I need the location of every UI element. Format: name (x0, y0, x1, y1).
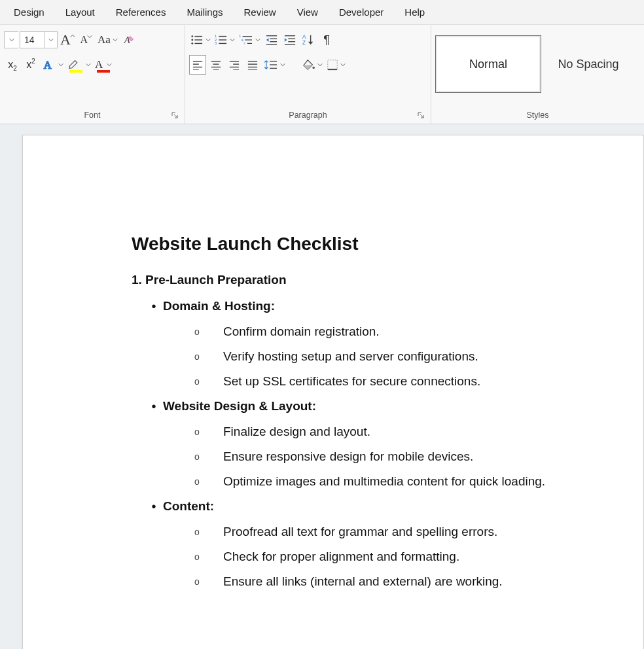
font-size-select[interactable]: 14 (20, 31, 58, 48)
group-label-paragraph: Paragraph (289, 111, 327, 120)
list-item: •Content: (132, 499, 643, 514)
svg-text:1: 1 (239, 34, 241, 38)
increase-indent-button[interactable] (281, 30, 298, 50)
style-no-spacing[interactable]: No Spacing (543, 35, 634, 93)
tab-review[interactable]: Review (234, 1, 287, 23)
circle-bullet-icon: o (194, 449, 223, 462)
svg-text:3: 3 (215, 41, 217, 45)
sub-list-item: oEnsure responsive design for mobile dev… (132, 449, 643, 464)
circle-bullet-icon: o (194, 349, 223, 362)
svg-point-4 (191, 39, 193, 41)
shrink-font-button[interactable]: A (78, 30, 95, 50)
sub-list-item-text: Set up SSL certificates for secure conne… (223, 374, 480, 389)
tab-design[interactable]: Design (3, 1, 55, 23)
decrease-indent-button[interactable] (263, 30, 280, 50)
doc-body: •Domain & Hosting:oConfirm domain regist… (132, 299, 643, 589)
doc-section-heading: 1. Pre-Launch Preparation (132, 273, 643, 287)
list-item: •Domain & Hosting: (132, 299, 643, 314)
sub-list-item: oConfirm domain registration. (132, 324, 643, 339)
numbering-button[interactable]: 1 2 3 (213, 30, 236, 50)
circle-bullet-icon: o (194, 324, 223, 337)
justify-button[interactable] (244, 55, 261, 75)
tab-view[interactable]: View (287, 1, 329, 23)
bullet-icon: • (132, 499, 163, 514)
change-case-button[interactable]: Aa (96, 30, 119, 50)
svg-point-50 (312, 67, 315, 69)
circle-bullet-icon: o (194, 550, 223, 562)
sub-list-item: oEnsure all links (internal and external… (132, 574, 643, 589)
svg-text:A: A (302, 34, 306, 40)
group-label-font: Font (84, 111, 100, 120)
document-page[interactable]: Website Launch Checklist 1. Pre-Launch P… (22, 135, 644, 649)
group-label-styles: Styles (526, 111, 548, 120)
sub-list-item-text: Finalize design and layout. (223, 425, 370, 439)
font-size-value: 14 (20, 35, 45, 45)
svg-point-6 (191, 43, 193, 44)
svg-text:A: A (123, 35, 130, 45)
sub-list-item: oOptimize images and multimedia content … (132, 474, 643, 489)
svg-text:i: i (243, 41, 244, 45)
paragraph-dialog-launcher[interactable] (416, 111, 425, 120)
align-center-button[interactable] (207, 55, 224, 75)
sub-list-item: oVerify hosting setup and server configu… (132, 349, 643, 364)
list-item-label: Domain & Hosting: (163, 299, 275, 313)
multilevel-list-button[interactable]: 1 a i (238, 30, 262, 50)
borders-button[interactable] (325, 55, 347, 75)
doc-title: Website Launch Checklist (132, 234, 643, 254)
align-left-button[interactable] (189, 55, 206, 75)
sub-list-item-text: Ensure responsive design for mobile devi… (223, 449, 473, 464)
text-effects-button[interactable]: A (41, 55, 65, 75)
circle-bullet-icon: o (194, 474, 223, 487)
tab-developer[interactable]: Developer (329, 1, 394, 23)
ribbon: 14 A A Aa A (0, 25, 644, 124)
group-styles: Normal No Spacing Styles (431, 25, 644, 124)
font-dialog-launcher[interactable] (170, 111, 179, 120)
tab-mailings[interactable]: Mailings (176, 1, 233, 23)
sub-list-item: oSet up SSL certificates for secure conn… (132, 374, 643, 389)
list-item-label: Website Design & Layout: (163, 399, 316, 413)
circle-bullet-icon: o (194, 525, 223, 537)
shading-button[interactable] (301, 55, 324, 75)
sub-list-item: oFinalize design and layout. (132, 425, 643, 439)
subscript-button[interactable]: x2 (4, 55, 21, 75)
list-item: •Website Design & Layout: (132, 399, 643, 414)
tab-layout[interactable]: Layout (55, 1, 105, 23)
sub-list-item-text: Confirm domain registration. (223, 324, 380, 339)
circle-bullet-icon: o (194, 374, 223, 387)
circle-bullet-icon: o (194, 425, 223, 437)
group-paragraph: 1 2 3 1 a i (185, 25, 431, 124)
svg-text:A: A (44, 59, 52, 71)
bullets-button[interactable] (189, 30, 212, 50)
font-name-dropdown-arrow[interactable] (4, 31, 18, 48)
svg-point-2 (191, 35, 193, 37)
font-color-button[interactable]: A (94, 55, 113, 75)
circle-bullet-icon: o (194, 574, 223, 587)
ribbon-tabs: Design Layout References Mailings Review… (0, 0, 644, 25)
line-spacing-button[interactable] (262, 55, 287, 75)
grow-font-button[interactable]: A (59, 30, 77, 50)
group-font: 14 A A Aa A (0, 25, 185, 124)
sort-button[interactable]: A Z (300, 30, 317, 50)
sub-list-item-text: Optimize images and multimedia content f… (223, 474, 545, 489)
sub-list-item: oCheck for proper alignment and formatti… (132, 550, 643, 564)
sub-list-item-text: Proofread all text for grammar and spell… (223, 525, 497, 539)
clear-formatting-button[interactable]: A (120, 30, 137, 50)
bullet-icon: • (132, 299, 163, 314)
sub-list-item-text: Check for proper alignment and formattin… (223, 550, 459, 564)
tab-references[interactable]: References (105, 1, 177, 23)
svg-text:a: a (241, 38, 243, 42)
show-paragraph-marks-button[interactable]: ¶ (318, 30, 335, 50)
align-right-button[interactable] (226, 55, 243, 75)
bullet-icon: • (132, 399, 163, 414)
sub-list-item: oProofread all text for grammar and spel… (132, 525, 643, 539)
list-item-label: Content: (163, 499, 214, 514)
style-normal[interactable]: Normal (435, 35, 541, 93)
svg-rect-51 (328, 60, 337, 69)
tab-help[interactable]: Help (394, 1, 435, 23)
document-workspace[interactable]: Website Launch Checklist 1. Pre-Launch P… (0, 124, 644, 649)
highlight-color-button[interactable] (66, 55, 92, 75)
sub-list-item-text: Ensure all links (internal and external)… (223, 574, 503, 589)
sub-list-item-text: Verify hosting setup and server configur… (223, 349, 478, 364)
svg-text:Z: Z (302, 40, 306, 46)
superscript-button[interactable]: x2 (22, 55, 39, 75)
